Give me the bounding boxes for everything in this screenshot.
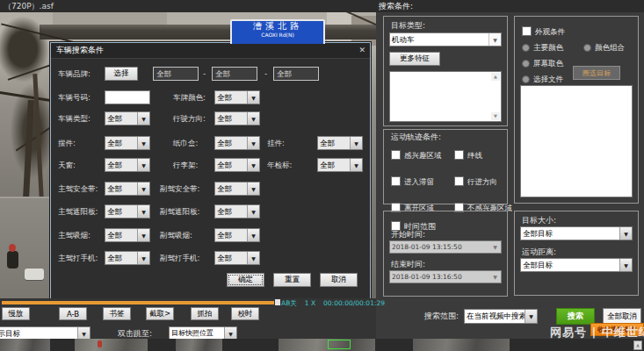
- player-button[interactable]: A-B: [59, 307, 87, 320]
- chevron-down-icon[interactable]: ▼: [137, 252, 149, 264]
- chevron-down-icon[interactable]: ▼: [224, 327, 236, 340]
- cancel-button[interactable]: 取消: [320, 273, 358, 287]
- chevron-down-icon[interactable]: ▼: [619, 227, 632, 240]
- result-thumbnail[interactable]: [279, 339, 375, 351]
- end-time-select[interactable]: 2018-01-09 13:16:50▼: [389, 270, 502, 283]
- checkbox[interactable]: [522, 26, 532, 36]
- start-time-select[interactable]: 2018-01-09 13:15:50▼: [389, 240, 502, 254]
- chevron-down-icon[interactable]: ▼: [247, 205, 259, 218]
- circle-target-button[interactable]: 圈选目标: [573, 66, 620, 80]
- pendant-select[interactable]: 全部▼: [317, 136, 363, 150]
- chevron-down-icon[interactable]: ▼: [137, 112, 149, 125]
- appearance-checkbox-item[interactable]: 外观条件: [522, 22, 565, 39]
- chevron-down-icon[interactable]: ▼: [137, 137, 149, 149]
- chevron-down-icon[interactable]: ▼: [350, 137, 362, 149]
- color-combo-radio-item[interactable]: 颜色组合: [583, 38, 625, 54]
- result-thumbnail[interactable]: [75, 339, 148, 351]
- direction-select[interactable]: 全部▼: [214, 111, 260, 125]
- chevron-down-icon[interactable]: ▼: [525, 310, 537, 323]
- chevron-down-icon[interactable]: ▼: [489, 241, 501, 253]
- chevron-down-icon[interactable]: ▼: [619, 259, 632, 271]
- target-size-select[interactable]: 全部目标▼: [520, 226, 633, 240]
- result-thumbnail[interactable]: [0, 339, 50, 351]
- rack-select[interactable]: 全部▼: [214, 158, 260, 172]
- chevron-down-icon[interactable]: ▼: [489, 271, 501, 283]
- inspection-select[interactable]: 全部▼: [317, 158, 363, 172]
- motion-checkbox-item[interactable]: 进入滞留: [391, 172, 454, 189]
- chevron-down-icon[interactable]: ▼: [247, 91, 259, 104]
- player-button[interactable]: 抓拍: [191, 307, 219, 320]
- plate-no-input[interactable]: [105, 90, 150, 104]
- motion-checkbox-item[interactable]: 感兴趣区域: [391, 146, 454, 162]
- player-button[interactable]: 校时: [231, 307, 259, 320]
- target-type-select[interactable]: 机动车▼: [389, 32, 502, 47]
- chevron-down-icon[interactable]: ▼: [137, 229, 149, 241]
- chevron-down-icon[interactable]: ▼: [247, 252, 259, 264]
- player-button[interactable]: 书签: [103, 307, 131, 320]
- player-button[interactable]: 截取>: [146, 307, 174, 320]
- radio-button[interactable]: [522, 44, 530, 52]
- timeline-progress-bar[interactable]: [2, 301, 274, 304]
- plate-color-select[interactable]: 全部▼: [214, 90, 260, 104]
- chevron-down-icon[interactable]: ▼: [77, 327, 90, 340]
- timeline-handle[interactable]: [275, 299, 280, 305]
- brand-level1-box[interactable]: 全部: [153, 67, 199, 81]
- vehicle-type-select[interactable]: 全部▼: [105, 111, 150, 125]
- smoke-co-select[interactable]: 全部▼: [214, 228, 260, 242]
- search-button[interactable]: 搜索: [556, 308, 595, 325]
- chevron-down-icon[interactable]: ▼: [247, 183, 259, 195]
- scope-select[interactable]: 在当前视频中搜索▼: [464, 309, 538, 324]
- select-value: 目标快照位置: [170, 327, 224, 340]
- radio-button[interactable]: [583, 44, 591, 52]
- visor-main-select[interactable]: 全部▼: [105, 204, 150, 218]
- visor-co-select[interactable]: 全部▼: [214, 204, 260, 218]
- scroll-up-icon[interactable]: ▲: [491, 73, 500, 81]
- checkbox[interactable]: [454, 150, 464, 160]
- chevron-down-icon[interactable]: ▼: [137, 159, 149, 171]
- chevron-down-icon[interactable]: ▼: [137, 183, 149, 195]
- smoke-main-select[interactable]: 全部▼: [105, 228, 150, 242]
- brand-level3-box[interactable]: 全部: [273, 67, 319, 81]
- belt-main-select[interactable]: 全部▼: [105, 182, 150, 196]
- color-preview-box[interactable]: [520, 85, 633, 197]
- distance-select[interactable]: 全部目标▼: [520, 258, 633, 272]
- chevron-down-icon[interactable]: ▼: [247, 159, 259, 171]
- brand-select-button[interactable]: 选择: [105, 67, 138, 81]
- radio-button[interactable]: [522, 60, 530, 68]
- end-time-label: 结束时间:: [391, 257, 425, 271]
- chevron-down-icon[interactable]: ▼: [350, 159, 362, 171]
- checkbox[interactable]: [391, 150, 401, 160]
- motion-checkbox-item[interactable]: 行进方向: [454, 172, 512, 189]
- chevron-down-icon[interactable]: ▼: [247, 229, 259, 241]
- more-features-button[interactable]: 更多特征: [389, 52, 440, 66]
- radio-button[interactable]: [522, 75, 530, 83]
- checkbox[interactable]: [391, 176, 401, 186]
- checkbox[interactable]: [454, 176, 464, 186]
- sunroof-select[interactable]: 全部▼: [105, 158, 150, 172]
- player-button[interactable]: 慢放: [2, 307, 30, 320]
- result-thumbnail[interactable]: [413, 339, 510, 351]
- result-thumbnail[interactable]: [176, 339, 222, 351]
- feature-listbox[interactable]: ▲ ▼: [389, 71, 502, 122]
- smoke-main-label: 主驾吸烟:: [58, 228, 90, 242]
- scroll-up-button[interactable]: ∧: [633, 340, 642, 350]
- tissue-select[interactable]: 全部▼: [214, 136, 260, 150]
- main-color-radio-item[interactable]: 主要颜色: [522, 38, 563, 54]
- motion-checkbox-item[interactable]: 绊线: [454, 146, 512, 162]
- ok-button[interactable]: 确定: [227, 273, 264, 287]
- chevron-down-icon[interactable]: ▼: [247, 112, 259, 125]
- belt-co-select[interactable]: 全部▼: [214, 182, 260, 196]
- screen-pick-radio-item[interactable]: 屏幕取色: [522, 54, 563, 70]
- road-sign-secondary: 中山西路: [230, 39, 325, 44]
- chevron-down-icon[interactable]: ▼: [488, 33, 501, 46]
- phone-main-select[interactable]: 全部▼: [105, 251, 150, 265]
- reset-button[interactable]: 重置: [273, 273, 311, 287]
- chevron-down-icon[interactable]: ▼: [137, 205, 149, 218]
- ornament-select[interactable]: 全部▼: [105, 136, 150, 150]
- brand-level2-box[interactable]: 全部: [212, 67, 257, 81]
- chevron-down-icon[interactable]: ▼: [247, 137, 259, 149]
- close-icon[interactable]: ✕: [358, 46, 365, 54]
- scroll-down-icon[interactable]: ▼: [491, 112, 500, 120]
- select-file-radio-item[interactable]: 选择文件: [522, 69, 563, 86]
- phone-co-select[interactable]: 全部▼: [214, 251, 260, 265]
